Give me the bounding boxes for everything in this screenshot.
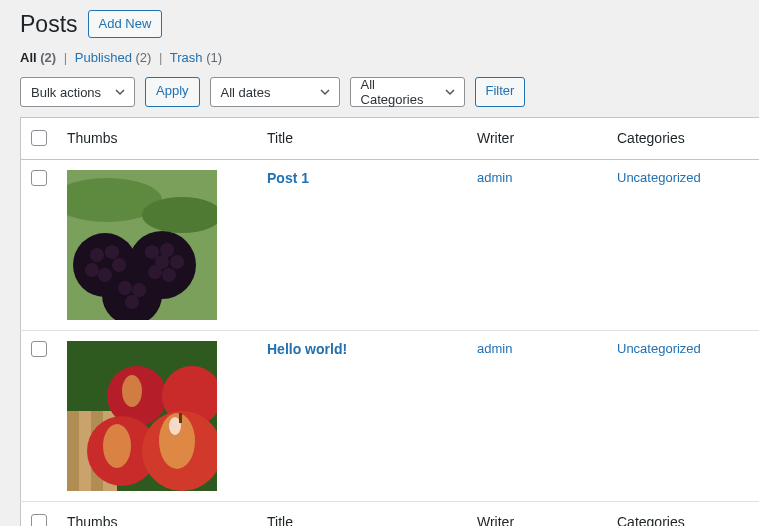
svg-point-13 xyxy=(170,255,184,269)
svg-point-30 xyxy=(122,375,142,407)
row-checkbox[interactable] xyxy=(31,341,47,357)
svg-point-10 xyxy=(85,263,99,277)
author-link[interactable]: admin xyxy=(477,341,512,356)
filter-all[interactable]: All (2) xyxy=(20,50,60,65)
column-categories-footer: Categories xyxy=(607,502,759,526)
category-link[interactable]: Uncategorized xyxy=(617,170,701,185)
svg-point-9 xyxy=(98,268,112,282)
status-filter-links: All (2) | Published (2) | Trash (1) xyxy=(20,50,759,65)
add-new-button[interactable]: Add New xyxy=(88,10,163,38)
svg-point-17 xyxy=(118,281,132,295)
column-thumbs: Thumbs xyxy=(57,118,257,160)
filter-published-label: Published xyxy=(75,50,132,65)
svg-rect-22 xyxy=(67,411,79,491)
row-checkbox[interactable] xyxy=(31,170,47,186)
post-title-link[interactable]: Post 1 xyxy=(267,170,309,186)
filter-trash[interactable]: Trash (1) xyxy=(170,50,222,65)
apply-button[interactable]: Apply xyxy=(145,77,200,107)
separator: | xyxy=(64,50,67,65)
column-writer: Writer xyxy=(467,118,607,160)
svg-point-29 xyxy=(103,424,131,468)
thumbnail-image xyxy=(67,341,217,491)
svg-rect-32 xyxy=(179,413,182,423)
column-title[interactable]: Title xyxy=(257,118,467,160)
svg-point-8 xyxy=(112,258,126,272)
page-title: Posts xyxy=(20,11,78,38)
svg-point-19 xyxy=(125,295,139,309)
svg-point-18 xyxy=(132,283,146,297)
date-filter-label: All dates xyxy=(221,85,271,100)
filter-published-count: (2) xyxy=(136,50,152,65)
select-all-checkbox-footer[interactable] xyxy=(31,514,47,526)
separator: | xyxy=(159,50,162,65)
category-filter-label: All Categories xyxy=(361,77,436,107)
filter-all-label: All xyxy=(20,50,37,65)
chevron-down-icon xyxy=(114,86,126,98)
svg-point-7 xyxy=(105,245,119,259)
filter-all-count: (2) xyxy=(40,50,56,65)
filter-trash-label: Trash xyxy=(170,50,203,65)
date-filter-select[interactable]: All dates xyxy=(210,77,340,107)
column-categories: Categories xyxy=(607,118,759,160)
thumbnail-image xyxy=(67,170,217,320)
svg-point-6 xyxy=(90,248,104,262)
category-link[interactable]: Uncategorized xyxy=(617,341,701,356)
column-writer-footer: Writer xyxy=(467,502,607,526)
chevron-down-icon xyxy=(319,86,331,98)
category-filter-select[interactable]: All Categories xyxy=(350,77,465,107)
post-title-link[interactable]: Hello world! xyxy=(267,341,347,357)
filter-button[interactable]: Filter xyxy=(475,77,526,107)
posts-table: Thumbs Title Writer Categories xyxy=(20,117,759,526)
svg-point-11 xyxy=(145,245,159,259)
column-title-footer[interactable]: Title xyxy=(257,502,467,526)
author-link[interactable]: admin xyxy=(477,170,512,185)
filter-published[interactable]: Published (2) xyxy=(75,50,155,65)
table-row: Post 1 admin Uncategorized xyxy=(21,160,760,331)
chevron-down-icon xyxy=(444,86,456,98)
svg-point-16 xyxy=(155,255,169,269)
select-all-checkbox[interactable] xyxy=(31,130,47,146)
filter-trash-count: (1) xyxy=(206,50,222,65)
table-row: Hello world! admin Uncategorized xyxy=(21,331,760,502)
svg-point-12 xyxy=(160,243,174,257)
bulk-actions-select[interactable]: Bulk actions xyxy=(20,77,135,107)
svg-point-14 xyxy=(162,268,176,282)
bulk-actions-label: Bulk actions xyxy=(31,85,101,100)
column-thumbs-footer: Thumbs xyxy=(57,502,257,526)
